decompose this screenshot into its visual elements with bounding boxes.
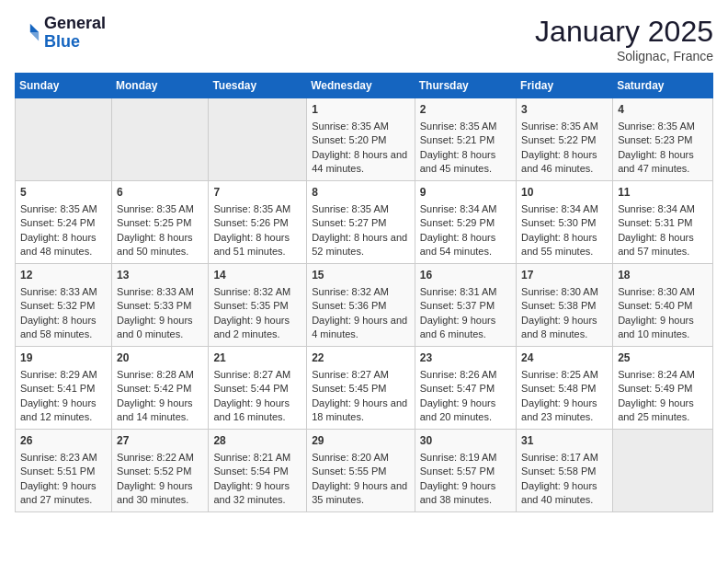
day-info: Sunrise: 8:22 AMSunset: 5:52 PMDaylight:… (117, 452, 194, 505)
calendar-cell: 25Sunrise: 8:24 AMSunset: 5:49 PMDayligh… (613, 347, 713, 430)
calendar-cell: 17Sunrise: 8:30 AMSunset: 5:38 PMDayligh… (517, 264, 613, 347)
day-number: 21 (213, 350, 301, 366)
calendar-week-row: 12Sunrise: 8:33 AMSunset: 5:32 PMDayligh… (16, 264, 713, 347)
calendar-cell: 5Sunrise: 8:35 AMSunset: 5:24 PMDaylight… (16, 181, 112, 264)
day-number: 8 (312, 185, 410, 201)
calendar-cell: 29Sunrise: 8:20 AMSunset: 5:55 PMDayligh… (307, 430, 415, 512)
weekday-header: Friday (517, 74, 613, 98)
day-number: 22 (312, 350, 410, 366)
day-number: 18 (618, 268, 708, 283)
calendar-cell (613, 430, 713, 512)
day-number: 26 (20, 433, 107, 449)
day-info: Sunrise: 8:35 AMSunset: 5:27 PMDaylight:… (312, 203, 407, 257)
calendar-cell: 14Sunrise: 8:32 AMSunset: 5:35 PMDayligh… (209, 264, 307, 347)
day-info: Sunrise: 8:35 AMSunset: 5:21 PMDaylight:… (420, 121, 497, 174)
calendar-cell: 26Sunrise: 8:23 AMSunset: 5:51 PMDayligh… (16, 430, 112, 512)
day-number: 6 (117, 185, 203, 201)
calendar-cell: 19Sunrise: 8:29 AMSunset: 5:41 PMDayligh… (16, 347, 112, 430)
calendar-cell: 24Sunrise: 8:25 AMSunset: 5:48 PMDayligh… (517, 347, 613, 430)
day-number: 30 (420, 433, 511, 449)
day-number: 28 (213, 433, 301, 449)
calendar-cell: 2Sunrise: 8:35 AMSunset: 5:21 PMDaylight… (415, 98, 516, 181)
logo-text: General Blue (44, 15, 106, 52)
day-number: 27 (117, 433, 203, 449)
calendar-cell: 31Sunrise: 8:17 AMSunset: 5:58 PMDayligh… (517, 430, 613, 512)
day-info: Sunrise: 8:26 AMSunset: 5:47 PMDaylight:… (420, 369, 497, 422)
calendar-cell: 9Sunrise: 8:34 AMSunset: 5:29 PMDaylight… (415, 181, 516, 264)
calendar-cell: 21Sunrise: 8:27 AMSunset: 5:44 PMDayligh… (209, 347, 307, 430)
day-info: Sunrise: 8:25 AMSunset: 5:48 PMDaylight:… (521, 369, 598, 422)
location: Solignac, France (535, 49, 713, 63)
calendar-cell: 18Sunrise: 8:30 AMSunset: 5:40 PMDayligh… (613, 264, 713, 347)
month-year: January 2025 (535, 15, 713, 49)
day-info: Sunrise: 8:19 AMSunset: 5:57 PMDaylight:… (420, 452, 497, 505)
day-number: 24 (521, 350, 608, 366)
day-number: 19 (20, 350, 107, 366)
day-number: 4 (618, 102, 708, 118)
calendar-cell: 10Sunrise: 8:34 AMSunset: 5:30 PMDayligh… (517, 181, 613, 264)
day-info: Sunrise: 8:31 AMSunset: 5:37 PMDaylight:… (420, 286, 497, 339)
day-number: 5 (20, 185, 107, 201)
calendar-week-row: 1Sunrise: 8:35 AMSunset: 5:20 PMDaylight… (16, 98, 713, 181)
day-info: Sunrise: 8:34 AMSunset: 5:31 PMDaylight:… (618, 203, 695, 257)
logo: General Blue (15, 15, 106, 52)
svg-marker-1 (30, 32, 39, 40)
page-header: General Blue January 2025 Solignac, Fran… (15, 15, 713, 63)
day-info: Sunrise: 8:32 AMSunset: 5:35 PMDaylight:… (213, 286, 290, 339)
calendar-body: 1Sunrise: 8:35 AMSunset: 5:20 PMDaylight… (16, 98, 713, 512)
day-number: 3 (521, 102, 608, 118)
weekday-header: Monday (112, 74, 209, 98)
day-number: 15 (312, 268, 410, 283)
day-info: Sunrise: 8:35 AMSunset: 5:25 PMDaylight:… (117, 203, 194, 257)
day-info: Sunrise: 8:20 AMSunset: 5:55 PMDaylight:… (312, 452, 407, 505)
day-info: Sunrise: 8:34 AMSunset: 5:29 PMDaylight:… (420, 203, 497, 257)
weekday-row: SundayMondayTuesdayWednesdayThursdayFrid… (16, 74, 713, 98)
day-number: 14 (213, 268, 301, 283)
weekday-header: Thursday (415, 74, 516, 98)
calendar-week-row: 26Sunrise: 8:23 AMSunset: 5:51 PMDayligh… (16, 430, 713, 512)
day-info: Sunrise: 8:35 AMSunset: 5:22 PMDaylight:… (521, 121, 598, 174)
calendar-week-row: 19Sunrise: 8:29 AMSunset: 5:41 PMDayligh… (16, 347, 713, 430)
calendar-cell: 6Sunrise: 8:35 AMSunset: 5:25 PMDaylight… (112, 181, 209, 264)
day-info: Sunrise: 8:35 AMSunset: 5:23 PMDaylight:… (618, 121, 695, 174)
day-number: 31 (521, 433, 608, 449)
calendar-cell (16, 98, 112, 181)
day-info: Sunrise: 8:35 AMSunset: 5:20 PMDaylight:… (312, 121, 407, 174)
calendar-cell: 30Sunrise: 8:19 AMSunset: 5:57 PMDayligh… (415, 430, 516, 512)
calendar-cell: 22Sunrise: 8:27 AMSunset: 5:45 PMDayligh… (307, 347, 415, 430)
day-number: 2 (420, 102, 511, 118)
day-info: Sunrise: 8:32 AMSunset: 5:36 PMDaylight:… (312, 286, 407, 339)
day-info: Sunrise: 8:35 AMSunset: 5:24 PMDaylight:… (20, 203, 97, 257)
day-number: 10 (521, 185, 608, 201)
day-info: Sunrise: 8:30 AMSunset: 5:38 PMDaylight:… (521, 286, 598, 339)
logo-icon (15, 20, 40, 46)
calendar-cell: 1Sunrise: 8:35 AMSunset: 5:20 PMDaylight… (307, 98, 415, 181)
weekday-header: Wednesday (307, 74, 415, 98)
day-info: Sunrise: 8:24 AMSunset: 5:49 PMDaylight:… (618, 369, 695, 422)
day-info: Sunrise: 8:35 AMSunset: 5:26 PMDaylight:… (213, 203, 290, 257)
day-info: Sunrise: 8:34 AMSunset: 5:30 PMDaylight:… (521, 203, 598, 257)
day-info: Sunrise: 8:33 AMSunset: 5:32 PMDaylight:… (20, 286, 97, 339)
weekday-header: Tuesday (209, 74, 307, 98)
calendar-week-row: 5Sunrise: 8:35 AMSunset: 5:24 PMDaylight… (16, 181, 713, 264)
calendar-cell: 3Sunrise: 8:35 AMSunset: 5:22 PMDaylight… (517, 98, 613, 181)
day-number: 16 (420, 268, 511, 283)
day-info: Sunrise: 8:21 AMSunset: 5:54 PMDaylight:… (213, 452, 290, 505)
calendar-cell: 20Sunrise: 8:28 AMSunset: 5:42 PMDayligh… (112, 347, 209, 430)
day-info: Sunrise: 8:27 AMSunset: 5:45 PMDaylight:… (312, 369, 407, 422)
day-info: Sunrise: 8:33 AMSunset: 5:33 PMDaylight:… (117, 286, 194, 339)
weekday-header: Sunday (16, 74, 112, 98)
day-info: Sunrise: 8:27 AMSunset: 5:44 PMDaylight:… (213, 369, 290, 422)
day-number: 9 (420, 185, 511, 201)
calendar-cell: 15Sunrise: 8:32 AMSunset: 5:36 PMDayligh… (307, 264, 415, 347)
calendar-cell: 28Sunrise: 8:21 AMSunset: 5:54 PMDayligh… (209, 430, 307, 512)
day-number: 29 (312, 433, 410, 449)
calendar-cell (112, 98, 209, 181)
calendar-header: SundayMondayTuesdayWednesdayThursdayFrid… (16, 74, 713, 98)
day-number: 23 (420, 350, 511, 366)
calendar-cell (209, 98, 307, 181)
calendar-cell: 7Sunrise: 8:35 AMSunset: 5:26 PMDaylight… (209, 181, 307, 264)
day-number: 11 (618, 185, 708, 201)
calendar-cell: 23Sunrise: 8:26 AMSunset: 5:47 PMDayligh… (415, 347, 516, 430)
logo-blue: Blue (44, 32, 80, 51)
